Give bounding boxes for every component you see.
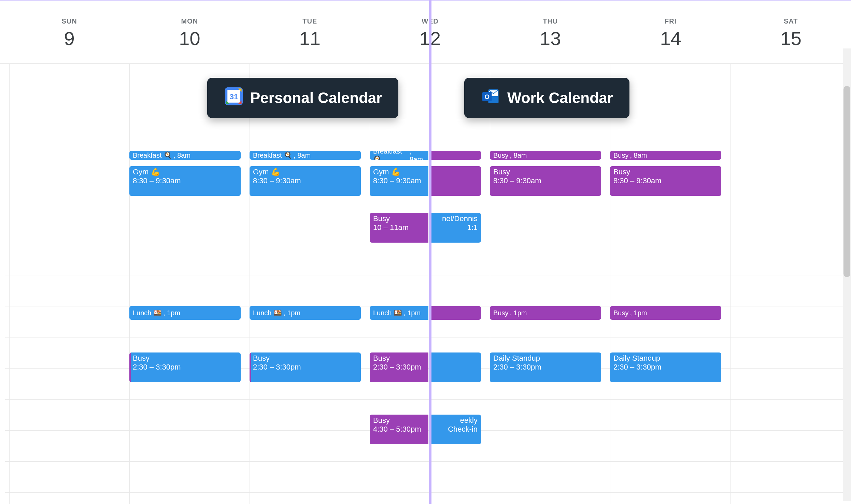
event-title: Gym 💪 [253,168,357,176]
weekday-label: MON [129,17,250,25]
event-lunch[interactable]: Lunch 🍱, 1pm [370,306,428,320]
event-busy-pm[interactable]: Busy2:30 – 3:30pm [129,352,241,382]
event-time: 8:30 – 9:30am [493,176,598,185]
event-busy-pm[interactable]: Busy2:30 – 3:30pm [250,352,361,382]
event-title: Busy [373,214,425,223]
day-header-fri[interactable]: FRI14 [610,1,731,63]
svg-text:31: 31 [229,92,238,101]
event-time: 2:30 – 3:30pm [373,363,425,372]
col-line [9,64,10,504]
event-lunch[interactable]: Lunch 🍱, 1pm [129,306,241,320]
hour-line [5,275,845,306]
weekday-label: SUN [9,17,129,25]
event-time: 8:30 – 9:30am [613,176,718,185]
event-title: Breakfast 🍳 [133,151,172,159]
day-headers: SUN9 MON10 TUE11 WED12 THU13 FRI14 SAT15 [0,0,851,64]
gutter [0,1,9,63]
event-time: 10 – 11am [373,223,425,232]
event-gym[interactable]: Gym 💪8:30 – 9:30am [370,166,428,196]
col-line [250,64,250,504]
event-time: 2:30 – 3:30pm [493,363,598,372]
event-time: 8:30 – 9:30am [373,176,425,185]
event-title: Lunch 🍱 [373,309,402,317]
event-busy-8am[interactable]: Busy, 8am [610,151,721,160]
svg-text:O: O [484,93,490,100]
event-time: , 8am [630,151,647,159]
split-divider [429,0,431,504]
event-busy[interactable] [431,151,481,160]
event-title: eekly Check-in [435,416,478,434]
hour-line [5,461,845,492]
event-gym[interactable]: Gym 💪8:30 – 9:30am [129,166,241,196]
event-busy-1pm[interactable]: Busy, 1pm [490,306,601,320]
col-line [490,64,490,504]
col-line [129,64,130,504]
event-meeting-1on1[interactable]: nel/Dennis 1:1 [431,213,481,243]
event-gym[interactable]: Gym 💪8:30 – 9:30am [250,166,361,196]
google-calendar-icon: 31 [224,86,244,110]
day-number: 10 [129,27,250,49]
event-title: Busy [493,168,598,176]
event-standup[interactable] [431,352,481,382]
scrollbar-thumb[interactable] [843,86,850,277]
col-line [610,64,610,504]
event-title: Busy [373,416,425,425]
event-daily-standup[interactable]: Daily Standup2:30 – 3:30pm [490,352,601,382]
event-time: , 8am [510,151,527,159]
event-title: Busy [613,168,718,176]
event-daily-standup[interactable]: Daily Standup2:30 – 3:30pm [610,352,721,382]
event-time: , 1pm [510,309,527,317]
event-title: Breakfast 🍳 [253,151,292,159]
event-time: 4:30 – 5:30pm [373,425,425,434]
event-title: Busy [133,354,237,363]
day-header-sun[interactable]: SUN9 [9,1,129,63]
event-time: , 8am [410,151,425,160]
day-header-mon[interactable]: MON10 [129,1,250,63]
event-time: 2:30 – 3:30pm [133,363,237,372]
event-breakfast[interactable]: Breakfast 🍳, 8am [370,151,428,160]
weekday-label: FRI [610,17,731,25]
badge-label: Work Calendar [507,89,613,106]
day-header-thu[interactable]: THU13 [490,1,610,63]
vertical-scrollbar[interactable] [843,48,851,501]
event-time: 8:30 – 9:30am [253,176,357,185]
time-grid[interactable]: Breakfast 🍳, 8am Gym 💪8:30 – 9:30am Lunc… [0,64,851,504]
day-number: 14 [610,27,731,49]
event-breakfast[interactable]: Breakfast 🍳, 8am [129,151,241,160]
day-number: 15 [731,27,851,49]
event-busy-1pm[interactable]: Busy, 1pm [610,306,721,320]
hour-line [5,89,845,120]
hour-line [5,244,845,275]
event-weekly-checkin[interactable]: eekly Check-in [431,415,481,444]
event-lunch[interactable]: Lunch 🍱, 1pm [250,306,361,320]
day-number: 11 [250,27,370,49]
badge-label: Personal Calendar [250,89,382,106]
event-busy[interactable] [431,166,481,196]
event-busy-830am[interactable]: Busy8:30 – 9:30am [490,166,601,196]
event-busy[interactable] [431,306,481,320]
event-busy-8am[interactable]: Busy, 8am [490,151,601,160]
event-title: Gym 💪 [373,168,425,176]
weekday-label: SAT [731,17,851,25]
day-header-tue[interactable]: TUE11 [250,1,370,63]
event-breakfast[interactable]: Breakfast 🍳, 8am [250,151,361,160]
event-busy-10am[interactable]: Busy10 – 11am [370,213,428,243]
outlook-icon: O [481,86,501,110]
hour-line [5,120,845,151]
event-time: , 1pm [163,309,180,317]
event-busy-pm[interactable]: Busy2:30 – 3:30pm [370,352,428,382]
event-time: , 8am [294,151,311,159]
event-busy-830am[interactable]: Busy8:30 – 9:30am [610,166,721,196]
event-busy-430pm[interactable]: Busy4:30 – 5:30pm [370,415,428,444]
event-title: Daily Standup [493,354,598,363]
day-header-sat[interactable]: SAT15 [731,1,851,63]
event-time: , 1pm [630,309,647,317]
event-title: Busy [253,354,357,363]
event-time: , 1pm [403,309,421,317]
weekday-label: THU [490,17,610,25]
event-time: 8:30 – 9:30am [133,176,237,185]
personal-calendar-badge: 31 Personal Calendar [207,78,398,118]
event-title: Busy [493,309,508,317]
col-line [730,64,731,504]
event-time: , 1pm [283,309,300,317]
